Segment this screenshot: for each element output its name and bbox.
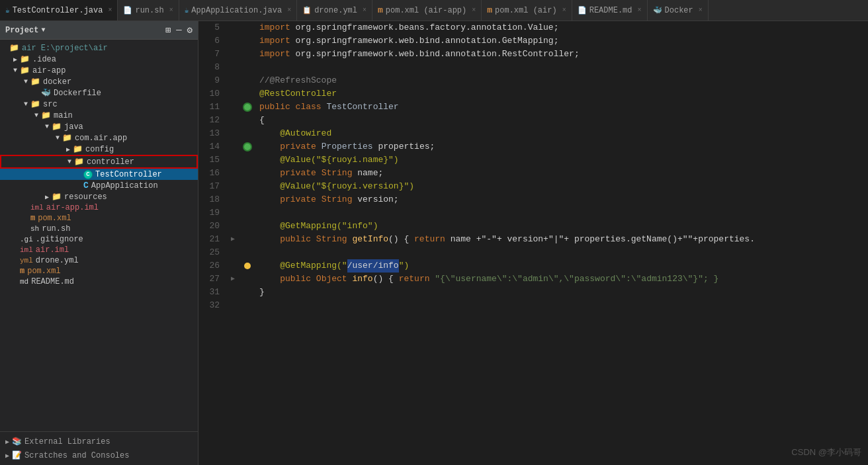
- code-token: info: [352, 273, 372, 286]
- settings-icon[interactable]: ⚙: [187, 24, 193, 36]
- tree-arrow-java[interactable]: ▼: [42, 123, 52, 130]
- tree-item-config[interactable]: ▶📁config: [0, 144, 198, 155]
- tree-item-test-controller[interactable]: CTestController: [0, 169, 198, 180]
- fold-15: [225, 153, 241, 167]
- code-line-16: private String name;: [259, 167, 863, 180]
- scratches-arrow: ▶: [5, 452, 9, 460]
- code-line-26: @GetMapping("/user/info"): [259, 259, 863, 273]
- tree-item-app-application[interactable]: CAppApplication: [0, 180, 198, 191]
- tab-app-application[interactable]: ☕AppApplication.java×: [179, 0, 297, 21]
- indicator-20: [241, 220, 254, 233]
- fold-25: [225, 246, 241, 259]
- tab-close-readme[interactable]: ×: [638, 7, 642, 14]
- external-libraries-item[interactable]: ▶ 📚 External Libraries: [0, 435, 198, 448]
- tree-icon-air-iml: iml: [20, 245, 33, 255]
- fold-21[interactable]: ▶: [225, 233, 241, 246]
- line-number-26: 26: [204, 259, 220, 273]
- indicator-32: [241, 299, 254, 312]
- tree-arrow-config[interactable]: ▶: [64, 146, 73, 153]
- sidebar-bottom: ▶ 📚 External Libraries ▶ 📝 Scratches and…: [0, 431, 198, 465]
- tree-arrow-com-air-app[interactable]: ▼: [53, 134, 62, 142]
- tree-item-docker[interactable]: ▼📁docker: [0, 76, 198, 87]
- indicator-15: [241, 153, 254, 167]
- tab-drone-yml[interactable]: 📋drone.yml×: [297, 0, 372, 21]
- watermark: CSDN @李小码哥: [791, 446, 861, 458]
- tree-icon-controller: 📁: [74, 157, 84, 167]
- code-token: getInfo: [352, 233, 388, 246]
- tree-item-air-app-iml[interactable]: imlair-app.iml: [0, 202, 198, 213]
- tree-item-java[interactable]: ▼📁java: [0, 121, 198, 132]
- tree-item-controller[interactable]: ▼📁controller: [0, 155, 198, 169]
- line-number-8: 8: [204, 61, 220, 74]
- indicator-10: [241, 87, 254, 101]
- tree-arrow-src[interactable]: ▼: [21, 101, 30, 108]
- tree-item-dockerfile[interactable]: 🐳Dockerfile: [0, 87, 198, 99]
- tree-icon-readme-md: md: [20, 277, 28, 286]
- line-numbers: 567891011121314151617181920212526273132: [198, 21, 225, 465]
- tab-close-drone-yml[interactable]: ×: [363, 7, 367, 14]
- layout-icon[interactable]: ⊞: [165, 24, 171, 36]
- tab-close-pom-air[interactable]: ×: [562, 7, 566, 14]
- tree-label-docker: docker: [43, 77, 71, 87]
- line-number-15: 15: [204, 153, 220, 167]
- tree-label-main: main: [54, 111, 73, 120]
- tab-pom-air-app[interactable]: mpom.xml (air-app)×: [372, 0, 482, 21]
- tree-arrow-resources[interactable]: ▶: [42, 193, 52, 201]
- code-token: [259, 233, 280, 246]
- tree-arrow-main[interactable]: ▼: [32, 112, 41, 119]
- code-token: name;: [357, 167, 383, 180]
- tab-close-docker[interactable]: ×: [699, 7, 703, 14]
- tree-item-pom-xml-app[interactable]: mpom.xml: [0, 213, 198, 224]
- tab-close-pom-air-app[interactable]: ×: [472, 7, 476, 14]
- tree-item-air-iml[interactable]: imlair.iml: [0, 245, 198, 255]
- scratches-item[interactable]: ▶ 📝 Scratches and Consoles: [0, 448, 198, 462]
- fold-27[interactable]: ▶: [225, 273, 241, 286]
- indicator-16: [241, 167, 254, 180]
- tree-icon-idea: 📁: [20, 54, 30, 64]
- code-line-13: @Autowired: [259, 127, 863, 140]
- tree-arrow-controller[interactable]: ▼: [65, 158, 74, 165]
- tree-item-air-app[interactable]: ▼📁air-app: [0, 65, 198, 76]
- tab-test-controller[interactable]: ☕TestController.java×: [0, 0, 118, 21]
- tab-close-test-controller[interactable]: ×: [108, 7, 112, 14]
- tree-label-test-controller: TestController: [95, 170, 162, 179]
- code-line-32: [259, 299, 863, 312]
- indicator-18: [241, 193, 254, 206]
- project-label: Project: [5, 26, 38, 35]
- code-token: properties;: [378, 140, 435, 153]
- tab-run-sh[interactable]: 📄run.sh×: [118, 0, 179, 21]
- tree-label-readme-md: README.md: [31, 277, 74, 286]
- tab-docker[interactable]: 🐳Docker×: [648, 0, 709, 21]
- tree-item-idea[interactable]: ▶📁.idea: [0, 54, 198, 65]
- fold-20: [225, 220, 241, 233]
- tree-item-readme-md[interactable]: mdREADME.md: [0, 276, 198, 287]
- tree-item-gitignore[interactable]: .gi.gitignore: [0, 234, 198, 245]
- tree-arrow-idea[interactable]: ▶: [11, 56, 20, 63]
- tab-close-app-application[interactable]: ×: [287, 7, 291, 14]
- tree-arrow-air-app[interactable]: ▼: [11, 67, 20, 74]
- tree-item-run-sh[interactable]: shrun.sh: [0, 224, 198, 234]
- tree-item-drone-yml[interactable]: ymldrone.yml: [0, 255, 198, 266]
- tree-item-root[interactable]: 📁air E:\project\air: [0, 42, 198, 54]
- fold-9: [225, 74, 241, 87]
- tab-label-pom-air: pom.xml (air): [495, 6, 557, 15]
- code-content[interactable]: import org.springframework.beans.factory…: [254, 21, 868, 465]
- minus-icon[interactable]: —: [176, 24, 181, 36]
- code-token: private: [280, 140, 321, 153]
- tree-arrow-docker[interactable]: ▼: [21, 78, 30, 85]
- tab-readme[interactable]: 📄README.md×: [572, 0, 648, 21]
- fold-6: [225, 34, 241, 48]
- line-number-25: 25: [204, 246, 220, 259]
- tree-item-main[interactable]: ▼📁main: [0, 110, 198, 121]
- tree-item-src[interactable]: ▼📁src: [0, 99, 198, 110]
- line-number-27: 27: [204, 273, 220, 286]
- code-line-15: @Value("${ruoyi.name}"): [259, 153, 863, 167]
- tree-item-pom-xml[interactable]: mpom.xml: [0, 266, 198, 276]
- tab-close-run-sh[interactable]: ×: [169, 7, 173, 14]
- fold-12: [225, 114, 241, 127]
- tree-item-resources[interactable]: ▶📁resources: [0, 191, 198, 202]
- code-container[interactable]: 567891011121314151617181920212526273132 …: [198, 21, 868, 465]
- tree-item-com-air-app[interactable]: ▼📁com.air.app: [0, 132, 198, 144]
- code-token: import: [259, 48, 296, 61]
- tab-pom-air[interactable]: mpom.xml (air)×: [482, 0, 572, 21]
